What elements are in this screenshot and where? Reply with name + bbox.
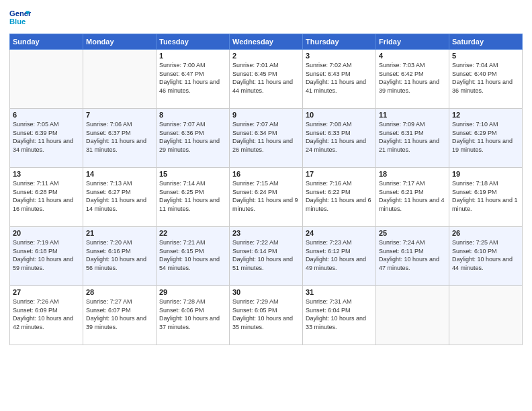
day-info: Sunrise: 7:19 AM Sunset: 6:18 PM Dayligh… (13, 238, 80, 272)
day-number: 8 (159, 111, 226, 119)
day-info: Sunrise: 7:31 AM Sunset: 6:04 PM Dayligh… (306, 298, 373, 331)
calendar-day-cell: 3Sunrise: 7:02 AM Sunset: 6:43 PM Daylig… (303, 50, 376, 109)
calendar-day-cell (449, 286, 523, 345)
day-number: 19 (452, 170, 519, 178)
day-number: 3 (306, 52, 373, 60)
weekday-header: Thursday (303, 34, 376, 50)
day-number: 15 (159, 170, 226, 178)
calendar-day-cell: 18Sunrise: 7:17 AM Sunset: 6:21 PM Dayli… (376, 168, 449, 227)
day-number: 1 (159, 52, 226, 60)
day-info: Sunrise: 7:03 AM Sunset: 6:42 PM Dayligh… (379, 61, 446, 95)
calendar-day-cell: 20Sunrise: 7:19 AM Sunset: 6:18 PM Dayli… (10, 227, 83, 286)
day-number: 17 (306, 170, 373, 178)
day-info: Sunrise: 7:18 AM Sunset: 6:19 PM Dayligh… (452, 179, 519, 213)
calendar-day-cell: 15Sunrise: 7:14 AM Sunset: 6:25 PM Dayli… (157, 168, 230, 227)
day-number: 5 (452, 52, 519, 60)
day-number: 12 (452, 111, 519, 119)
weekday-header: Wednesday (230, 34, 303, 50)
logo-icon: General Blue (9, 7, 31, 28)
weekday-header: Monday (83, 34, 157, 50)
calendar-day-cell: 22Sunrise: 7:21 AM Sunset: 6:15 PM Dayli… (157, 227, 230, 286)
weekday-header-row: SundayMondayTuesdayWednesdayThursdayFrid… (10, 34, 523, 50)
day-info: Sunrise: 7:24 AM Sunset: 6:11 PM Dayligh… (379, 238, 446, 272)
page-header: General Blue (9, 7, 523, 28)
day-info: Sunrise: 7:15 AM Sunset: 6:24 PM Dayligh… (232, 179, 300, 213)
day-info: Sunrise: 7:27 AM Sunset: 6:07 PM Dayligh… (86, 298, 153, 331)
weekday-header: Friday (376, 34, 449, 50)
day-info: Sunrise: 7:28 AM Sunset: 6:06 PM Dayligh… (159, 298, 226, 331)
day-info: Sunrise: 7:10 AM Sunset: 6:29 PM Dayligh… (452, 120, 519, 154)
day-info: Sunrise: 7:05 AM Sunset: 6:39 PM Dayligh… (13, 120, 80, 154)
day-info: Sunrise: 7:21 AM Sunset: 6:15 PM Dayligh… (159, 238, 226, 272)
calendar-day-cell: 2Sunrise: 7:01 AM Sunset: 6:45 PM Daylig… (230, 50, 303, 109)
calendar-day-cell: 28Sunrise: 7:27 AM Sunset: 6:07 PM Dayli… (83, 286, 157, 345)
day-info: Sunrise: 7:07 AM Sunset: 6:36 PM Dayligh… (159, 120, 226, 154)
calendar-day-cell: 10Sunrise: 7:08 AM Sunset: 6:33 PM Dayli… (303, 109, 376, 168)
day-info: Sunrise: 7:00 AM Sunset: 6:47 PM Dayligh… (159, 61, 226, 95)
calendar-day-cell: 19Sunrise: 7:18 AM Sunset: 6:19 PM Dayli… (449, 168, 523, 227)
day-info: Sunrise: 7:04 AM Sunset: 6:40 PM Dayligh… (452, 61, 519, 95)
day-number: 29 (159, 288, 226, 296)
calendar-day-cell: 17Sunrise: 7:16 AM Sunset: 6:22 PM Dayli… (303, 168, 376, 227)
calendar-day-cell: 6Sunrise: 7:05 AM Sunset: 6:39 PM Daylig… (10, 109, 83, 168)
day-number: 13 (13, 170, 80, 178)
calendar-day-cell: 31Sunrise: 7:31 AM Sunset: 6:04 PM Dayli… (303, 286, 376, 345)
day-info: Sunrise: 7:16 AM Sunset: 6:22 PM Dayligh… (306, 179, 373, 213)
calendar-day-cell: 16Sunrise: 7:15 AM Sunset: 6:24 PM Dayli… (230, 168, 303, 227)
day-number: 2 (232, 52, 300, 60)
day-number: 9 (232, 111, 300, 119)
calendar-day-cell: 4Sunrise: 7:03 AM Sunset: 6:42 PM Daylig… (376, 50, 449, 109)
calendar-day-cell: 9Sunrise: 7:07 AM Sunset: 6:34 PM Daylig… (230, 109, 303, 168)
calendar-day-cell: 27Sunrise: 7:26 AM Sunset: 6:09 PM Dayli… (10, 286, 83, 345)
day-info: Sunrise: 7:09 AM Sunset: 6:31 PM Dayligh… (379, 120, 446, 154)
day-number: 24 (306, 229, 373, 237)
calendar-day-cell (376, 286, 449, 345)
day-info: Sunrise: 7:20 AM Sunset: 6:16 PM Dayligh… (86, 238, 153, 272)
calendar-day-cell: 13Sunrise: 7:11 AM Sunset: 6:28 PM Dayli… (10, 168, 83, 227)
calendar-week-row: 13Sunrise: 7:11 AM Sunset: 6:28 PM Dayli… (10, 168, 523, 227)
day-number: 4 (379, 52, 446, 60)
day-info: Sunrise: 7:17 AM Sunset: 6:21 PM Dayligh… (379, 179, 446, 213)
day-number: 30 (232, 288, 300, 296)
day-info: Sunrise: 7:26 AM Sunset: 6:09 PM Dayligh… (13, 298, 80, 331)
day-info: Sunrise: 7:23 AM Sunset: 6:12 PM Dayligh… (306, 238, 373, 272)
weekday-header: Tuesday (157, 34, 230, 50)
day-number: 25 (379, 229, 446, 237)
svg-text:Blue: Blue (9, 17, 26, 26)
day-info: Sunrise: 7:22 AM Sunset: 6:14 PM Dayligh… (232, 238, 300, 272)
calendar-day-cell: 7Sunrise: 7:06 AM Sunset: 6:37 PM Daylig… (83, 109, 157, 168)
calendar-day-cell: 8Sunrise: 7:07 AM Sunset: 6:36 PM Daylig… (157, 109, 230, 168)
day-info: Sunrise: 7:02 AM Sunset: 6:43 PM Dayligh… (306, 61, 373, 95)
calendar-day-cell: 25Sunrise: 7:24 AM Sunset: 6:11 PM Dayli… (376, 227, 449, 286)
calendar-table: SundayMondayTuesdayWednesdayThursdayFrid… (9, 34, 523, 345)
day-info: Sunrise: 7:13 AM Sunset: 6:27 PM Dayligh… (86, 179, 153, 213)
day-number: 21 (86, 229, 153, 237)
day-number: 10 (306, 111, 373, 119)
calendar-day-cell (10, 50, 83, 109)
calendar-day-cell: 30Sunrise: 7:29 AM Sunset: 6:05 PM Dayli… (230, 286, 303, 345)
logo: General Blue (9, 7, 31, 28)
calendar-week-row: 1Sunrise: 7:00 AM Sunset: 6:47 PM Daylig… (10, 50, 523, 109)
day-number: 14 (86, 170, 153, 178)
day-number: 31 (306, 288, 373, 296)
day-info: Sunrise: 7:14 AM Sunset: 6:25 PM Dayligh… (159, 179, 226, 213)
calendar-week-row: 27Sunrise: 7:26 AM Sunset: 6:09 PM Dayli… (10, 286, 523, 345)
calendar-day-cell: 12Sunrise: 7:10 AM Sunset: 6:29 PM Dayli… (449, 109, 523, 168)
day-info: Sunrise: 7:11 AM Sunset: 6:28 PM Dayligh… (13, 179, 80, 213)
day-number: 6 (13, 111, 80, 119)
calendar-day-cell (83, 50, 157, 109)
day-number: 7 (86, 111, 153, 119)
day-info: Sunrise: 7:08 AM Sunset: 6:33 PM Dayligh… (306, 120, 373, 154)
day-number: 18 (379, 170, 446, 178)
calendar-day-cell: 21Sunrise: 7:20 AM Sunset: 6:16 PM Dayli… (83, 227, 157, 286)
day-info: Sunrise: 7:06 AM Sunset: 6:37 PM Dayligh… (86, 120, 153, 154)
day-info: Sunrise: 7:07 AM Sunset: 6:34 PM Dayligh… (232, 120, 300, 154)
weekday-header: Sunday (10, 34, 83, 50)
day-number: 20 (13, 229, 80, 237)
day-number: 27 (13, 288, 80, 296)
day-number: 23 (232, 229, 300, 237)
calendar-day-cell: 29Sunrise: 7:28 AM Sunset: 6:06 PM Dayli… (157, 286, 230, 345)
day-number: 11 (379, 111, 446, 119)
day-number: 26 (452, 229, 519, 237)
calendar-day-cell: 26Sunrise: 7:25 AM Sunset: 6:10 PM Dayli… (449, 227, 523, 286)
